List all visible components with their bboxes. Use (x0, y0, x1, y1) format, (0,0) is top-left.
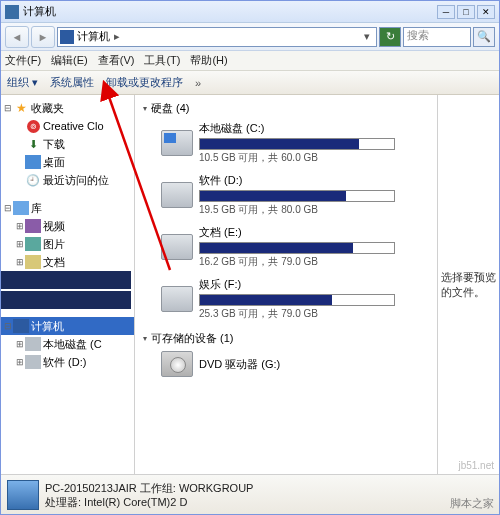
drive-item[interactable]: 文档 (E:)16.2 GB 可用，共 79.0 GB (161, 225, 429, 269)
overflow-button[interactable]: » (195, 77, 201, 89)
search-button[interactable]: 🔍 (473, 27, 495, 47)
redacted-item (1, 291, 131, 309)
organize-button[interactable]: 组织 ▾ (7, 75, 38, 90)
drive-stats: 19.5 GB 可用，共 80.0 GB (199, 203, 429, 217)
tree-libraries[interactable]: ⊟库 (1, 199, 134, 217)
tree-recent[interactable]: 🕘最近访问的位 (1, 171, 134, 189)
drive-stats: 16.2 GB 可用，共 79.0 GB (199, 255, 429, 269)
tree-videos[interactable]: ⊞视频 (1, 217, 134, 235)
library-icon (13, 201, 29, 215)
forward-button[interactable]: ► (31, 26, 55, 48)
desktop-icon (25, 155, 41, 169)
drive-item[interactable]: 本地磁盘 (C:)10.5 GB 可用，共 60.0 GB (161, 121, 429, 165)
minimize-button[interactable]: ─ (437, 5, 455, 19)
drive-icon (161, 182, 193, 208)
computer-icon (13, 319, 29, 333)
drive-icon (25, 355, 41, 369)
address-text: 计算机 (77, 29, 110, 44)
cc-icon: ⊚ (27, 120, 40, 133)
capacity-bar (199, 294, 395, 306)
redacted-item (1, 271, 131, 289)
capacity-bar (199, 242, 395, 254)
computer-icon (5, 5, 19, 19)
clock-icon: 🕘 (25, 173, 41, 187)
capacity-bar (199, 138, 395, 150)
drive-item[interactable]: 娱乐 (F:)25.3 GB 可用，共 79.0 GB (161, 277, 429, 321)
document-icon (25, 255, 41, 269)
menu-view[interactable]: 查看(V) (98, 53, 135, 68)
search-input[interactable]: 搜索 (403, 27, 471, 47)
menu-edit[interactable]: 编辑(E) (51, 53, 88, 68)
address-bar[interactable]: 计算机 ▸ ▾ (57, 27, 377, 47)
system-properties-button[interactable]: 系统属性 (50, 75, 94, 90)
drive-icon (161, 286, 193, 312)
status-line1: PC-20150213JAIR 工作组: WORKGROUP (45, 481, 253, 495)
drive-stats: 10.5 GB 可用，共 60.0 GB (199, 151, 429, 165)
computer-icon (60, 30, 74, 44)
menu-tools[interactable]: 工具(T) (144, 53, 180, 68)
content-pane: ▾硬盘 (4) 本地磁盘 (C:)10.5 GB 可用，共 60.0 GB软件 … (135, 95, 437, 474)
collapse-icon: ▾ (143, 104, 147, 113)
menu-bar: 文件(F) 编辑(E) 查看(V) 工具(T) 帮助(H) (1, 51, 499, 71)
group-removable[interactable]: ▾可存储的设备 (1) (143, 329, 429, 347)
dvd-icon (161, 351, 193, 377)
close-button[interactable]: ✕ (477, 5, 495, 19)
drive-item[interactable]: 软件 (D:)19.5 GB 可用，共 80.0 GB (161, 173, 429, 217)
preview-pane: 选择要预览的文件。 (437, 95, 499, 474)
tree-desktop[interactable]: 桌面 (1, 153, 134, 171)
drive-icon (161, 234, 193, 260)
tree-pictures[interactable]: ⊞图片 (1, 235, 134, 253)
status-bar: PC-20150213JAIR 工作组: WORKGROUP 处理器: Inte… (1, 474, 499, 514)
drive-icon (25, 337, 41, 351)
titlebar: 计算机 ─ □ ✕ (1, 1, 499, 23)
tree-documents[interactable]: ⊞文档 (1, 253, 134, 271)
computer-icon (7, 480, 39, 510)
download-icon: ⬇ (25, 137, 41, 151)
group-hdd[interactable]: ▾硬盘 (4) (143, 99, 429, 117)
watermark: jb51.net (458, 460, 494, 471)
drive-name: 本地磁盘 (C:) (199, 121, 429, 136)
tree-drive-c[interactable]: ⊞本地磁盘 (C (1, 335, 134, 353)
maximize-button[interactable]: □ (457, 5, 475, 19)
tree-favorites[interactable]: ⊟★收藏夹 (1, 99, 134, 117)
drive-name: 文档 (E:) (199, 225, 429, 240)
status-line2: 处理器: Intel(R) Core(TM)2 D (45, 495, 253, 509)
tree-drive-d[interactable]: ⊞软件 (D:) (1, 353, 134, 371)
uninstall-button[interactable]: 卸载或更改程序 (106, 75, 183, 90)
drive-icon (161, 130, 193, 156)
star-icon: ★ (13, 101, 29, 115)
watermark: 脚本之家 (450, 496, 494, 511)
capacity-bar (199, 190, 395, 202)
command-bar: 组织 ▾ 系统属性 卸载或更改程序 » (1, 71, 499, 95)
drive-name: 软件 (D:) (199, 173, 429, 188)
back-button[interactable]: ◄ (5, 26, 29, 48)
menu-file[interactable]: 文件(F) (5, 53, 41, 68)
tree-downloads[interactable]: ⬇下载 (1, 135, 134, 153)
window-title: 计算机 (23, 4, 437, 19)
refresh-button[interactable]: ↻ (379, 27, 401, 47)
tree-creative-cloud[interactable]: ⊚Creative Clo (1, 117, 134, 135)
collapse-icon: ▾ (143, 334, 147, 343)
picture-icon (25, 237, 41, 251)
drive-stats: 25.3 GB 可用，共 79.0 GB (199, 307, 429, 321)
dropdown-icon[interactable]: ▾ (360, 30, 374, 43)
menu-help[interactable]: 帮助(H) (190, 53, 227, 68)
chevron-right-icon[interactable]: ▸ (110, 30, 124, 43)
drive-dvd[interactable]: DVD 驱动器 (G:) (161, 351, 429, 377)
drive-name: 娱乐 (F:) (199, 277, 429, 292)
nav-toolbar: ◄ ► 计算机 ▸ ▾ ↻ 搜索 🔍 (1, 23, 499, 51)
nav-tree: ⊟★收藏夹 ⊚Creative Clo ⬇下载 桌面 🕘最近访问的位 ⊟库 ⊞视… (1, 95, 135, 474)
video-icon (25, 219, 41, 233)
tree-computer[interactable]: ⊟计算机 (1, 317, 134, 335)
